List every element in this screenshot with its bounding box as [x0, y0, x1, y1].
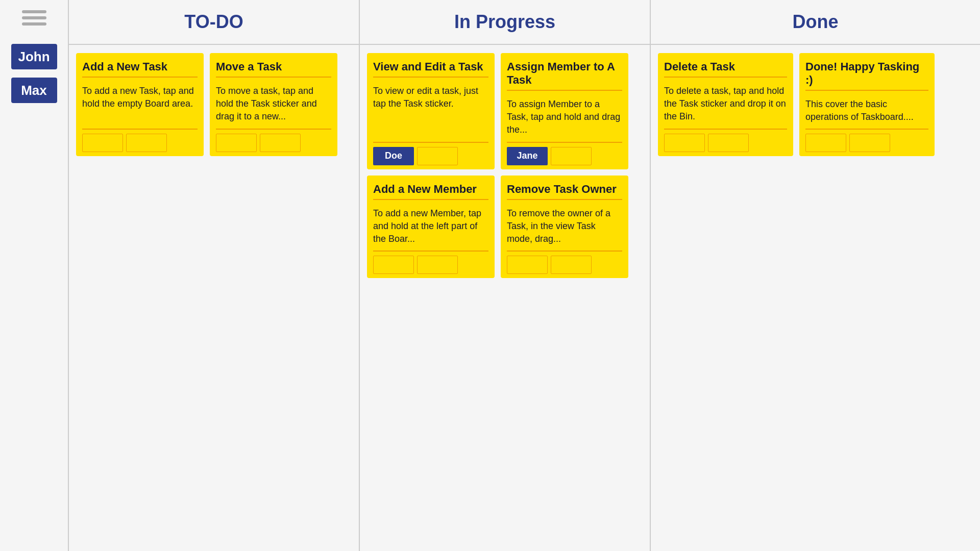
task-body: To delete a task, tap and hold the Task … [664, 82, 787, 129]
task-title: Assign Member to A Task [507, 60, 622, 91]
task-card[interactable]: Delete a TaskTo delete a task, tap and h… [658, 53, 793, 156]
done-column: Delete a TaskTo delete a task, tap and h… [651, 45, 980, 551]
task-title: Add a New Task [82, 60, 198, 78]
task-card[interactable]: Done! Happy Tasking :)This cover the bas… [799, 53, 935, 156]
hamburger-menu[interactable] [22, 10, 46, 26]
empty-slot [507, 256, 548, 274]
task-card[interactable]: Remove Task OwnerTo remove the owner of … [501, 176, 628, 279]
task-footer [664, 129, 787, 156]
task-footer [216, 129, 331, 156]
task-body: To assign Member to a Task, tap and hold… [507, 95, 622, 142]
empty-slot [82, 134, 123, 152]
task-card[interactable]: View and Edit a TaskTo view or edit a ta… [367, 53, 495, 169]
task-body: To add a new Member, tap and hold at the… [373, 204, 488, 251]
empty-slot [417, 256, 458, 274]
empty-slot [849, 134, 890, 152]
task-title: Move a Task [216, 60, 331, 78]
column-headers: TO-DO In Progress Done [69, 0, 980, 45]
empty-slot [805, 134, 846, 152]
board: TO-DO In Progress Done Add a New TaskTo … [69, 0, 980, 551]
todo-column: Add a New TaskTo add a new Task, tap and… [69, 45, 360, 551]
done-header: Done [651, 0, 980, 44]
task-card[interactable]: Assign Member to A TaskTo assign Member … [501, 53, 628, 169]
inprogress-header: In Progress [360, 0, 651, 44]
empty-slot [126, 134, 167, 152]
empty-slot [373, 256, 414, 274]
empty-slot [260, 134, 301, 152]
empty-slot [551, 147, 592, 165]
task-title: Remove Task Owner [507, 183, 622, 200]
empty-slot [708, 134, 749, 152]
assignee-badge: Doe [373, 147, 414, 165]
task-title: Delete a Task [664, 60, 787, 78]
inprogress-column: View and Edit a TaskTo view or edit a ta… [360, 45, 651, 551]
empty-slot [216, 134, 257, 152]
task-title: Add a New Member [373, 183, 488, 200]
columns-container: Add a New TaskTo add a new Task, tap and… [69, 45, 980, 551]
empty-slot [551, 256, 592, 274]
task-footer: Jane [507, 142, 622, 169]
task-body: To remove the owner of a Task, in the vi… [507, 204, 622, 251]
task-footer [507, 251, 622, 278]
task-body: To view or edit a task, just tap the Tas… [373, 82, 488, 115]
task-title: Done! Happy Tasking :) [805, 60, 928, 91]
sidebar: John Max [0, 0, 69, 551]
todo-header: TO-DO [69, 0, 360, 44]
task-footer [805, 129, 928, 156]
task-body: To move a task, tap and hold the Task st… [216, 82, 331, 129]
task-card[interactable]: Add a New TaskTo add a new Task, tap and… [76, 53, 204, 156]
member-badge-john[interactable]: John [11, 44, 57, 69]
member-badge-max[interactable]: Max [11, 78, 57, 103]
task-card[interactable]: Add a New MemberTo add a new Member, tap… [367, 176, 495, 279]
empty-slot [417, 147, 458, 165]
empty-slot [664, 134, 705, 152]
task-body: To add a new Task, tap and hold the empt… [82, 82, 198, 115]
assignee-badge: Jane [507, 147, 548, 165]
task-footer [82, 129, 198, 156]
task-footer: Doe [373, 142, 488, 169]
task-footer [373, 251, 488, 278]
task-title: View and Edit a Task [373, 60, 488, 78]
task-card[interactable]: Move a TaskTo move a task, tap and hold … [210, 53, 337, 156]
task-body: This cover the basic operations of Taskb… [805, 95, 928, 129]
